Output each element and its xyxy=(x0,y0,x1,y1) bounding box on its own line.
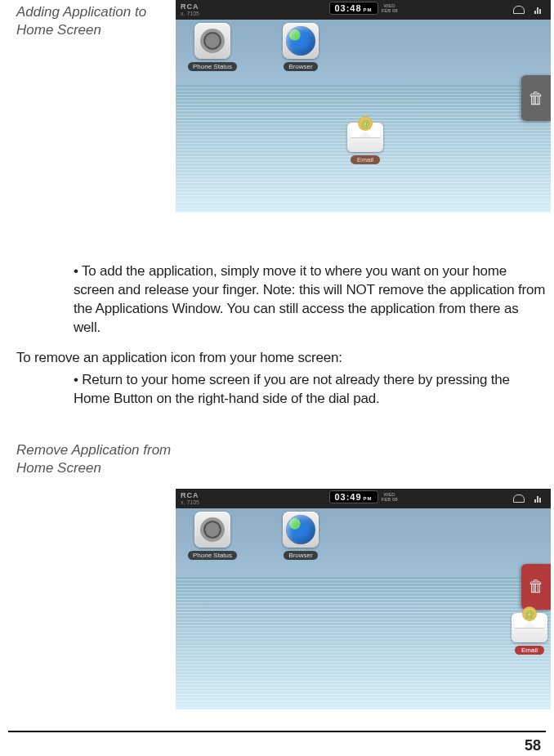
gear-icon xyxy=(194,512,230,548)
screenshot-remove-app: RCA x. 7105 03:49 PM WED FEB 08 xyxy=(176,489,551,709)
trash-panel-active[interactable]: 🗑 xyxy=(521,564,551,610)
headphones-icon xyxy=(513,494,525,503)
clock-hours: 03:49 xyxy=(334,492,361,502)
wallpaper-ocean xyxy=(176,577,551,709)
app-label: Browser xyxy=(284,62,317,71)
status-bar: RCA x. 7105 03:49 PM WED FEB 08 xyxy=(176,489,551,508)
clock-monthday: FEB 08 xyxy=(382,8,398,13)
drag-label: Email xyxy=(351,155,380,164)
app-row: Phone Status Browser xyxy=(184,23,329,71)
clock-time: 03:48 PM xyxy=(328,2,378,15)
status-brand: RCA x. 7105 xyxy=(181,492,199,505)
status-right-icons xyxy=(513,494,546,503)
brand-label: RCA xyxy=(181,492,199,499)
trash-icon: 🗑 xyxy=(528,577,544,596)
at-badge: @ xyxy=(358,116,373,131)
bullet-add-app: • To add the application, simply move it… xyxy=(74,262,546,338)
clock-ampm: PM xyxy=(364,7,373,12)
status-bar: RCA x. 7105 03:48 PM WED FEB 08 xyxy=(176,0,551,20)
envelope-icon: @ xyxy=(347,123,383,152)
clock-date: WED FEB 08 xyxy=(382,492,398,502)
headphones-icon xyxy=(513,6,525,14)
dragging-email-icon[interactable]: @ Email xyxy=(347,123,383,164)
trash-panel[interactable]: 🗑 xyxy=(521,75,551,121)
at-badge: @ xyxy=(522,606,537,621)
app-label: Phone Status xyxy=(188,62,237,71)
drag-label: Email xyxy=(515,646,544,655)
globe-icon xyxy=(283,512,319,548)
envelope-icon: @ xyxy=(512,613,547,642)
brand-label: RCA xyxy=(181,3,199,11)
globe-icon xyxy=(283,23,319,59)
screenshot-add-app: RCA x. 7105 03:48 PM WED FEB 08 xyxy=(176,0,551,212)
model-label: x. 7105 xyxy=(181,499,199,505)
equalizer-icon xyxy=(534,494,541,503)
status-right-icons xyxy=(513,6,546,14)
bullet-remove-app: • Return to your home screen if you are … xyxy=(74,371,546,409)
remove-intro: To remove an application icon from your … xyxy=(16,349,546,368)
status-clock: 03:49 PM WED FEB 08 xyxy=(328,490,397,503)
dragging-email-icon[interactable]: @ Email xyxy=(512,613,547,655)
clock-hours: 03:48 xyxy=(334,3,361,13)
clock-time: 03:49 PM xyxy=(328,490,378,503)
clock-ampm: PM xyxy=(364,496,373,501)
app-phone-status[interactable]: Phone Status xyxy=(184,512,241,560)
trash-icon: 🗑 xyxy=(528,89,544,108)
clock-monthday: FEB 08 xyxy=(382,497,398,502)
status-brand: RCA x. 7105 xyxy=(181,3,199,16)
app-row: Phone Status Browser xyxy=(184,512,329,560)
model-label: x. 7105 xyxy=(181,11,199,16)
status-clock: 03:48 PM WED FEB 08 xyxy=(328,2,397,15)
body-text: • To add the application, simply move it… xyxy=(8,262,546,409)
caption-remove-application: Remove Application from Home Screen xyxy=(16,441,180,477)
app-browser[interactable]: Browser xyxy=(272,512,329,560)
app-label: Phone Status xyxy=(188,551,237,560)
app-browser[interactable]: Browser xyxy=(272,23,329,71)
page-footer: 58 xyxy=(8,731,546,754)
page-number: 58 xyxy=(525,737,541,754)
equalizer-icon xyxy=(534,6,541,14)
gear-icon xyxy=(194,23,230,59)
caption-adding-application: Adding Application to Home Screen xyxy=(16,3,155,39)
app-phone-status[interactable]: Phone Status xyxy=(184,23,241,71)
app-label: Browser xyxy=(284,551,317,560)
clock-date: WED FEB 08 xyxy=(382,3,398,13)
